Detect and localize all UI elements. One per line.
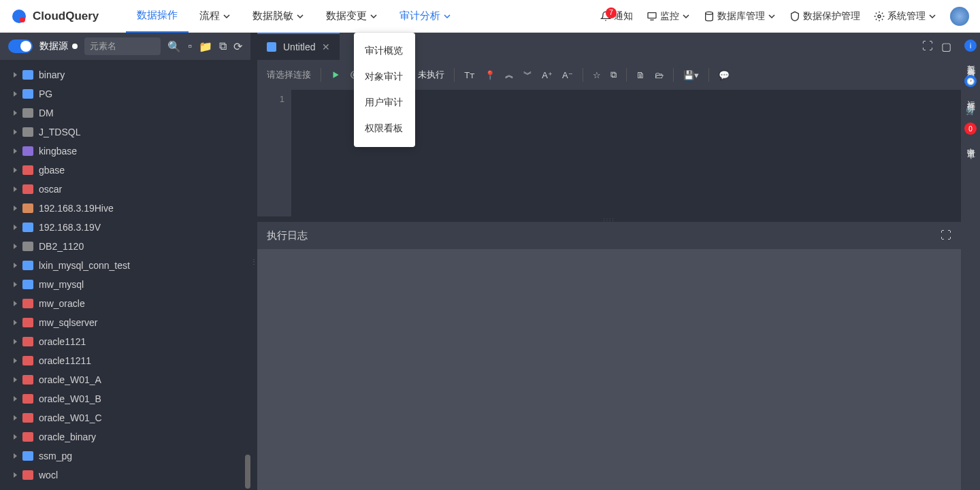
layout-icon[interactable]: ▢ <box>941 40 951 53</box>
tree-item[interactable]: mw_mysql <box>0 275 250 294</box>
save-icon[interactable]: 💾▾ <box>683 70 699 80</box>
tree-item[interactable]: oscar <box>0 180 250 199</box>
tree-item[interactable]: J_TDSQL <box>0 122 250 142</box>
sidebar-resize-handle[interactable]: ⋮ <box>250 33 257 490</box>
tab-untitled[interactable]: Untitled ✕ <box>257 33 340 60</box>
file-icon <box>267 42 276 52</box>
clock-icon[interactable]: 🕐 <box>964 75 977 87</box>
chevron-down-icon <box>928 12 936 20</box>
nav-item[interactable]: 审计分析 <box>389 0 462 33</box>
tree-item[interactable]: binary <box>0 65 250 84</box>
caret-right-icon <box>14 339 17 344</box>
font-increase-icon[interactable]: A⁺ <box>542 70 553 80</box>
log-title[interactable]: 执行日志 <box>267 229 308 242</box>
db-icon <box>22 394 33 404</box>
tree-item[interactable]: DM <box>0 103 250 122</box>
tree-item[interactable]: ssm_pg <box>0 446 250 466</box>
pin-icon[interactable]: 📍 <box>485 70 495 80</box>
tree-item[interactable]: oracle_W01_B <box>0 389 250 408</box>
avatar[interactable] <box>950 7 969 26</box>
vertical-resize-handle[interactable]: :::: <box>257 216 961 222</box>
run-icon[interactable] <box>331 70 340 80</box>
db-icon <box>22 70 33 80</box>
db-icon <box>22 184 33 194</box>
db-icon <box>22 470 33 480</box>
chevron-down-icon <box>768 12 776 20</box>
filter-icon[interactable]: ▫ <box>188 40 192 53</box>
fullscreen-icon[interactable]: ⛶ <box>941 229 951 242</box>
db-icon <box>22 223 33 232</box>
sys-mgmt-button[interactable]: 系统管理 <box>874 10 936 22</box>
notify-button[interactable]: 7 通知 <box>600 10 633 22</box>
tree-item[interactable]: oracle_W01_C <box>0 408 250 427</box>
chat-icon[interactable]: 💬 <box>719 70 730 80</box>
scrollbar-thumb[interactable] <box>245 455 250 489</box>
tree-item[interactable]: wocl <box>0 466 250 485</box>
header-right: 7 通知 监控 数据库管理 数据保护管理 系统管理 <box>600 7 969 26</box>
data-protect-button[interactable]: 数据保护管理 <box>789 10 860 22</box>
nav-item[interactable]: 数据脱敏 <box>242 0 315 33</box>
chevron-down-icon <box>223 12 231 20</box>
db-icon <box>22 165 33 175</box>
chevron-down-icon <box>443 12 451 20</box>
db-icon <box>22 261 33 270</box>
tree-label: wocl <box>39 470 58 480</box>
cart-icon[interactable]: 🛒 <box>966 106 976 116</box>
snippet-icon[interactable]: ⧉ <box>610 69 617 80</box>
datasource-toggle[interactable] <box>8 39 33 53</box>
cart-badge: 0 <box>964 122 977 135</box>
folder-open-icon[interactable]: 🗁 <box>655 70 664 80</box>
tree-item[interactable]: oracle11211 <box>0 351 250 370</box>
tree-item[interactable]: lxin_mysql_conn_test <box>0 256 250 275</box>
dropdown-item[interactable]: 权限看板 <box>354 116 415 142</box>
dropdown-item[interactable]: 用户审计 <box>354 90 415 116</box>
tree-label: kingbase <box>39 146 77 157</box>
info-icon[interactable]: i <box>964 39 977 52</box>
tree-item[interactable]: kingbase <box>0 142 250 161</box>
star-icon[interactable]: ☆ <box>593 70 601 80</box>
connection-select[interactable]: 请选择连接 <box>267 69 311 81</box>
db-icon <box>22 356 33 365</box>
caret-right-icon <box>14 186 17 192</box>
chevron-down-icon <box>370 12 378 20</box>
refresh-icon[interactable]: ⟳ <box>233 40 242 53</box>
caret-right-icon <box>14 72 17 78</box>
text-format-icon[interactable]: Tᴛ <box>464 70 475 80</box>
close-icon[interactable]: ✕ <box>322 42 330 52</box>
font-decrease-icon[interactable]: A⁻ <box>562 70 573 80</box>
tree-item[interactable]: 192.168.3.19V <box>0 218 250 237</box>
nav-item[interactable]: 数据变更 <box>315 0 389 33</box>
caret-right-icon <box>14 110 17 116</box>
collapse-down-icon[interactable]: ︾ <box>523 69 532 81</box>
tree-item[interactable]: mw_sqlserver <box>0 313 250 332</box>
tree-item[interactable]: oracle_W01_A <box>0 370 250 389</box>
dropdown-item[interactable]: 对象审计 <box>354 64 415 90</box>
tree-label: lxin_mysql_conn_test <box>39 260 130 271</box>
search-input[interactable]: 元素名 <box>84 37 161 55</box>
tree-item[interactable]: gbase <box>0 161 250 180</box>
dropdown-item[interactable]: 审计概览 <box>354 38 415 64</box>
collapse-up-icon[interactable]: ︽ <box>505 69 514 81</box>
export-icon[interactable]: 🗎 <box>636 70 645 80</box>
tree-item[interactable]: mw_oracle <box>0 294 250 313</box>
fullscreen-icon[interactable]: ⛶ <box>922 40 933 53</box>
caret-right-icon <box>14 91 17 97</box>
monitor-button[interactable]: 监控 <box>647 10 690 22</box>
tree-label: ssm_pg <box>39 451 72 461</box>
folder-icon[interactable]: 📁 <box>199 40 212 53</box>
db-icon <box>22 108 33 118</box>
nav-item[interactable]: 流程 <box>189 0 242 33</box>
chevron-down-icon <box>296 12 304 20</box>
tree-item[interactable]: 192.168.3.19Hive <box>0 199 250 218</box>
search-icon[interactable]: 🔍 <box>167 40 181 53</box>
tree-item[interactable]: oracle_binary <box>0 427 250 446</box>
copy-icon[interactable]: ⧉ <box>219 40 227 53</box>
audit-dropdown: 审计概览对象审计用户审计权限看板 <box>354 33 415 147</box>
caret-right-icon <box>14 129 17 135</box>
db-mgmt-button[interactable]: 数据库管理 <box>704 10 776 22</box>
svg-point-4 <box>878 15 881 18</box>
nav-item[interactable]: 数据操作 <box>126 0 189 33</box>
tree-item[interactable]: oracle1121 <box>0 332 250 351</box>
tree-item[interactable]: DB2_1120 <box>0 237 250 256</box>
tree-item[interactable]: PG <box>0 84 250 103</box>
